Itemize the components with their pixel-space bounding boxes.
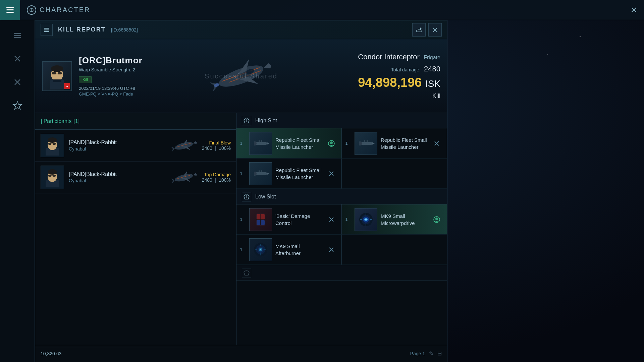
sidebar-menu-icon[interactable] [9, 27, 26, 44]
participant-1-pct: 100% [219, 145, 231, 151]
kr-id: [ID:6668502] [111, 27, 138, 33]
svg-rect-87 [257, 220, 260, 225]
svg-rect-70 [364, 140, 365, 142]
filter-icon[interactable]: ⊟ [437, 350, 442, 357]
kr-bottom-bar: 10,320.63 Page 1 ✎ ⊟ [35, 345, 447, 362]
svg-marker-68 [372, 142, 375, 145]
kill-badge: Kill [79, 76, 92, 83]
participant-2-damage: 2480 [202, 177, 212, 183]
svg-rect-71 [367, 140, 368, 142]
bottom-total-value: 10,320.63 [41, 351, 61, 356]
isk-value-row: 94,898,196 ISK [346, 75, 440, 90]
svg-rect-3 [14, 33, 21, 34]
participant-1-ship-render [170, 135, 197, 156]
participant-item-2[interactable]: [PAND]Black-Rabbit Cynabal [35, 162, 236, 193]
participant-1-stat-values: 2480 | 100% [202, 145, 231, 151]
kr-close-button[interactable] [428, 23, 442, 37]
high-slot-section: High Slot 1 [236, 113, 447, 189]
participant-item-1[interactable]: [PAND]Black-Rabbit Cynabal [35, 130, 236, 162]
hamburger-menu-button[interactable] [0, 0, 20, 20]
participant-2-pct: 100% [219, 177, 231, 183]
more-slot-header [236, 265, 447, 281]
svg-marker-24 [262, 62, 272, 70]
sidebar-star-icon[interactable] [9, 97, 26, 114]
participant-1-avatar [41, 134, 64, 157]
app-title: CHARACTER [40, 6, 90, 14]
module-high-2[interactable]: 1 Republ [342, 128, 447, 159]
svg-point-66 [330, 141, 333, 144]
participant-1-name: [PAND]Black-Rabbit [69, 139, 166, 145]
svg-point-35 [48, 137, 57, 143]
red-minus-badge: - [64, 83, 70, 89]
app-close-button[interactable]: ✕ [631, 5, 637, 15]
participants-count: [1] [73, 118, 79, 124]
circle-icon [27, 5, 36, 15]
svg-point-64 [254, 141, 257, 145]
svg-point-108 [260, 249, 261, 250]
svg-rect-5 [14, 37, 21, 38]
kr-info-section: - [ORC]Brutmor Warp Scramble Strength: 2… [35, 39, 447, 113]
svg-rect-22 [53, 79, 61, 82]
module-high-3-qty: 1 [236, 171, 246, 176]
module-low-3-action[interactable] [325, 243, 338, 256]
sidebar-cross-icon[interactable] [9, 50, 26, 67]
kr-share-button[interactable] [412, 23, 426, 37]
module-low-1-name: 'Basic' Damage Control [275, 213, 325, 227]
module-low-1-action[interactable] [325, 213, 338, 226]
module-high-4-empty [342, 159, 447, 189]
module-low-3-qty: 1 [236, 247, 246, 252]
svg-point-39 [174, 140, 194, 151]
participant-2-name: [PAND]Black-Rabbit [69, 171, 166, 177]
participant-2-info: [PAND]Black-Rabbit Cynabal [69, 171, 166, 183]
kr-menu-button[interactable] [41, 24, 53, 36]
svg-point-80 [254, 172, 257, 176]
high-slot-icon [242, 116, 251, 125]
edit-page-icon[interactable]: ✎ [429, 350, 433, 357]
participant-1-stat-label: Final Blow [202, 140, 231, 145]
module-low-3[interactable]: 1 [236, 235, 342, 265]
ship-svg [194, 49, 288, 103]
svg-rect-62 [259, 140, 260, 142]
svg-rect-78 [259, 170, 260, 172]
module-low-1-icon [249, 208, 272, 231]
module-low-1[interactable]: 1 [236, 204, 342, 235]
module-high-1-icon [249, 132, 272, 155]
module-low-2-action[interactable] [430, 213, 443, 226]
module-high-1[interactable]: 1 Republ [236, 128, 342, 159]
kill-type-label: Kill [346, 93, 440, 100]
low-slot-label: Low Slot [255, 194, 276, 200]
app-title-area: CHARACTER [27, 5, 90, 15]
participants-bar: | [41, 118, 42, 125]
svg-point-51 [174, 172, 194, 183]
module-high-1-action[interactable] [325, 137, 338, 150]
svg-point-72 [359, 141, 362, 145]
participant-2-stat-values: 2480 | 100% [202, 177, 231, 183]
participant-1-ship: Cynabal [69, 146, 166, 152]
svg-rect-19 [52, 72, 56, 74]
low-slot-header: Low Slot [236, 189, 447, 204]
participant-1-damage: 2480 [202, 145, 212, 151]
participant-1-stats: Final Blow 2480 | 100% [202, 140, 231, 151]
module-high-3[interactable]: 1 Republ [236, 159, 342, 189]
module-high-2-action[interactable] [430, 137, 443, 150]
svg-marker-76 [267, 172, 269, 175]
module-low-2-name: MK9 Small Microwarpdrive [381, 213, 430, 227]
module-low-3-icon [249, 238, 272, 261]
kr-content-area: | Participants [1] [35, 113, 447, 362]
module-high-2-qty: 1 [342, 141, 351, 146]
svg-rect-63 [261, 140, 262, 142]
svg-rect-12 [44, 29, 49, 31]
main-window: KILL REPORT [ID:6668502] [35, 20, 644, 362]
module-low-2[interactable]: 1 [342, 204, 447, 235]
participant-1-info: [PAND]Black-Rabbit Cynabal [69, 139, 166, 152]
more-slot-section [236, 265, 447, 281]
participant-2-stat-label: Top Damage [202, 172, 231, 177]
participant-2-ship: Cynabal [69, 178, 166, 183]
low-slot-modules: 1 [236, 204, 447, 265]
kr-header-buttons [412, 23, 442, 37]
module-high-3-action[interactable] [325, 167, 338, 180]
module-low-2-qty: 1 [342, 217, 351, 222]
sidebar-close-icon[interactable] [9, 74, 26, 90]
svg-point-103 [435, 218, 438, 220]
modules-panel: High Slot 1 [236, 113, 447, 362]
